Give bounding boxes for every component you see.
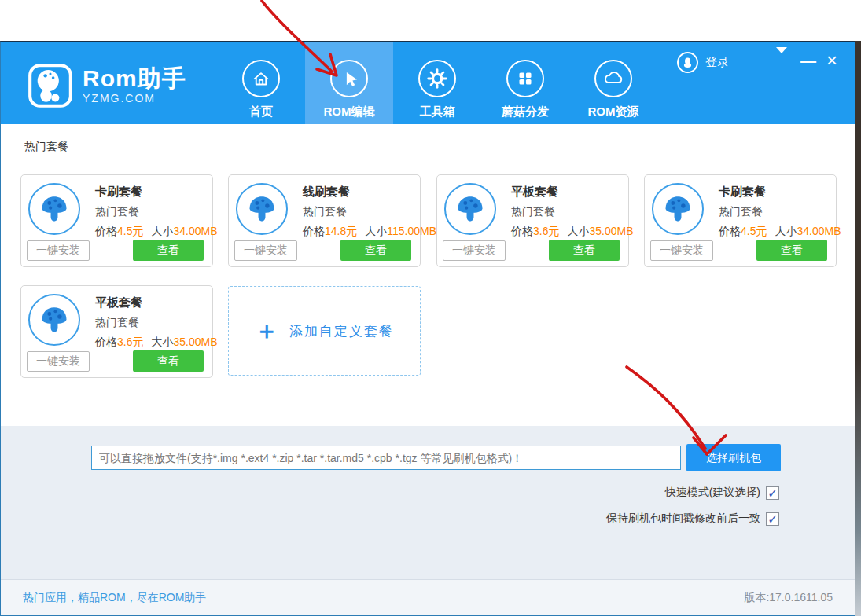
checkbox[interactable]: ✓ bbox=[766, 486, 779, 500]
package-card: 平板套餐 热门套餐 价格3.6元大小35.00MB 一键安装 查看 bbox=[20, 285, 213, 378]
minimize-button[interactable]: — bbox=[797, 53, 820, 68]
size-label: 大小 bbox=[151, 336, 173, 348]
content-area: 热门套餐 卡刷套餐 热门套餐 价格4.5元大小34.00MB 一键安装 查看 线… bbox=[1, 124, 855, 426]
rom-assistant-window: Rom助手 YZMG.COM 首页 ROM编辑 工具箱 蘑菇分发 ROM资源 bbox=[0, 41, 855, 616]
qq-icon bbox=[677, 52, 698, 73]
one-click-install-button[interactable]: 一键安装 bbox=[234, 240, 297, 261]
option-row: 快速模式(建议选择) ✓ bbox=[665, 486, 779, 500]
one-click-install-button[interactable]: 一键安装 bbox=[650, 240, 713, 261]
price-label: 价格 bbox=[719, 225, 741, 237]
card-title: 卡刷套餐 bbox=[95, 185, 142, 200]
mushroom-icon bbox=[236, 183, 288, 235]
option-row: 保持刷机包时间戳修改前后一致 ✓ bbox=[606, 512, 779, 526]
size-label: 大小 bbox=[365, 225, 387, 237]
mushroom-icon bbox=[652, 183, 704, 235]
card-title: 线刷套餐 bbox=[303, 185, 350, 200]
login-button[interactable]: 登录 bbox=[677, 52, 729, 73]
view-button[interactable]: 查看 bbox=[549, 240, 620, 261]
card-title: 平板套餐 bbox=[511, 185, 558, 200]
view-button[interactable]: 查看 bbox=[340, 240, 411, 261]
price-value: 3.6元 bbox=[533, 225, 559, 237]
price-label: 价格 bbox=[95, 336, 117, 348]
add-custom-package-button[interactable]: ＋ 添加自定义套餐 bbox=[228, 286, 421, 376]
status-bar: 热门应用，精品ROM，尽在ROM助手 版本:17.0.1611.05 bbox=[1, 579, 855, 615]
card-price-line: 价格3.6元大小35.00MB bbox=[95, 336, 218, 350]
desktop-background-strip bbox=[855, 41, 861, 616]
size-label: 大小 bbox=[775, 225, 797, 237]
option-label: 保持刷机包时间戳修改前后一致 bbox=[606, 512, 760, 526]
one-click-install-button[interactable]: 一键安装 bbox=[27, 240, 90, 261]
card-title: 卡刷套餐 bbox=[719, 185, 766, 200]
rom-edit-icon bbox=[330, 60, 368, 97]
window-controls: — × bbox=[770, 53, 844, 68]
size-value: 34.00MB bbox=[173, 225, 217, 237]
one-click-install-button[interactable]: 一键安装 bbox=[27, 351, 90, 372]
version-label: 版本:17.0.1611.05 bbox=[744, 591, 833, 605]
flash-package-panel: 选择刷机包 快速模式(建议选择) ✓ 保持刷机包时间戳修改前后一致 ✓ bbox=[1, 426, 855, 579]
card-subtitle: 热门套餐 bbox=[719, 205, 763, 219]
card-price-line: 价格4.5元大小34.00MB bbox=[719, 225, 841, 239]
view-button[interactable]: 查看 bbox=[133, 240, 204, 261]
select-package-button[interactable]: 选择刷机包 bbox=[686, 444, 781, 471]
nav-tab-4[interactable]: ROM资源 bbox=[569, 42, 657, 124]
add-custom-label: 添加自定义套餐 bbox=[289, 322, 394, 340]
card-price-line: 价格4.5元大小34.00MB bbox=[95, 225, 218, 239]
nav-tab-3[interactable]: 蘑菇分发 bbox=[481, 42, 569, 124]
one-click-install-button[interactable]: 一键安装 bbox=[443, 240, 506, 261]
package-card: 卡刷套餐 热门套餐 价格4.5元大小34.00MB 一键安装 查看 bbox=[20, 174, 213, 267]
price-label: 价格 bbox=[303, 225, 325, 237]
card-subtitle: 热门套餐 bbox=[95, 205, 139, 219]
status-slogan: 热门应用，精品ROM，尽在ROM助手 bbox=[23, 591, 206, 605]
option-label: 快速模式(建议选择) bbox=[665, 486, 760, 500]
size-value: 34.00MB bbox=[797, 225, 841, 237]
card-price-line: 价格3.6元大小35.00MB bbox=[511, 225, 634, 239]
price-label: 价格 bbox=[95, 225, 117, 237]
login-label: 登录 bbox=[705, 55, 729, 70]
mushroom-icon bbox=[444, 183, 496, 235]
logo-subtitle: YZMG.COM bbox=[83, 92, 186, 104]
mushroom-icon bbox=[28, 183, 80, 235]
size-label: 大小 bbox=[151, 225, 173, 237]
nav-tab-0[interactable]: 首页 bbox=[217, 42, 305, 124]
plus-icon: ＋ bbox=[255, 319, 278, 343]
app-logo: Rom助手 YZMG.COM bbox=[28, 63, 186, 108]
mushroom-icon bbox=[28, 294, 80, 346]
price-value: 3.6元 bbox=[117, 336, 143, 348]
main-nav: 首页 ROM编辑 工具箱 蘑菇分发 ROM资源 bbox=[217, 42, 657, 124]
card-subtitle: 热门套餐 bbox=[511, 205, 555, 219]
nav-tab-2[interactable]: 工具箱 bbox=[393, 42, 481, 124]
cloud-icon bbox=[594, 60, 632, 97]
view-button[interactable]: 查看 bbox=[133, 350, 204, 372]
card-title: 平板套餐 bbox=[95, 295, 142, 310]
package-card: 卡刷套餐 热门套餐 价格4.5元大小34.00MB 一键安装 查看 bbox=[644, 174, 837, 267]
logo-title: Rom助手 bbox=[83, 67, 186, 90]
mushroom-logo-icon bbox=[28, 63, 73, 108]
view-button[interactable]: 查看 bbox=[756, 240, 827, 261]
size-label: 大小 bbox=[567, 225, 589, 237]
size-value: 35.00MB bbox=[589, 225, 633, 237]
dropdown-caret-icon[interactable] bbox=[770, 53, 793, 68]
price-value: 4.5元 bbox=[117, 225, 143, 237]
checkbox[interactable]: ✓ bbox=[766, 512, 779, 526]
toolbox-icon bbox=[418, 60, 456, 97]
package-card: 平板套餐 热门套餐 价格3.6元大小35.00MB 一键安装 查看 bbox=[436, 174, 629, 267]
distribute-icon bbox=[506, 60, 544, 97]
nav-tab-1[interactable]: ROM编辑 bbox=[305, 42, 393, 124]
card-price-line: 价格14.8元大小115.00MB bbox=[303, 225, 436, 239]
price-value: 4.5元 bbox=[741, 225, 767, 237]
file-drop-input[interactable] bbox=[91, 446, 681, 470]
app-header: Rom助手 YZMG.COM 首页 ROM编辑 工具箱 蘑菇分发 ROM资源 bbox=[1, 42, 855, 124]
size-value: 35.00MB bbox=[173, 336, 217, 348]
screenshot-stage: Rom助手 YZMG.COM 首页 ROM编辑 工具箱 蘑菇分发 ROM资源 bbox=[0, 0, 861, 616]
close-button[interactable]: × bbox=[820, 53, 844, 68]
price-label: 价格 bbox=[511, 225, 533, 237]
size-value: 115.00MB bbox=[387, 225, 436, 237]
price-value: 14.8元 bbox=[325, 225, 357, 237]
card-subtitle: 热门套餐 bbox=[303, 205, 347, 219]
package-card: 线刷套餐 热门套餐 价格14.8元大小115.00MB 一键安装 查看 bbox=[228, 174, 421, 267]
section-title: 热门套餐 bbox=[24, 140, 68, 154]
card-subtitle: 热门套餐 bbox=[95, 316, 139, 330]
home-icon bbox=[242, 60, 280, 97]
